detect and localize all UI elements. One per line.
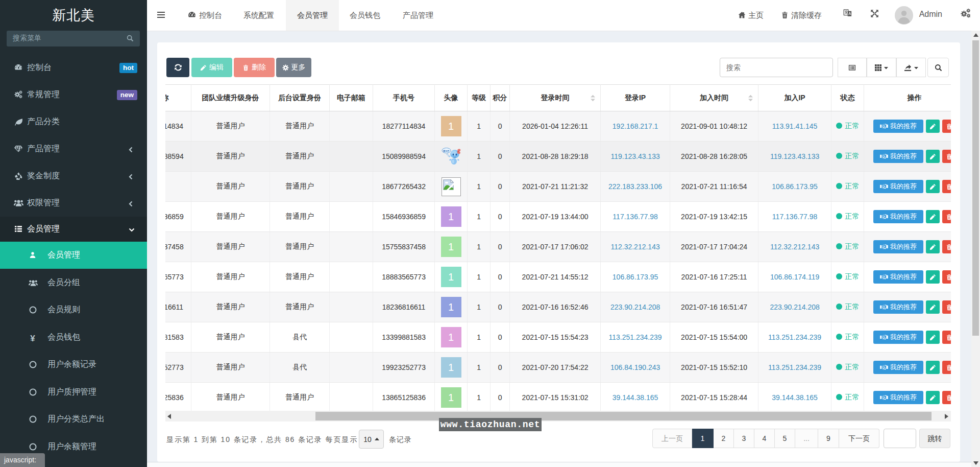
- svg-text:聊天中: 聊天中: [443, 149, 450, 152]
